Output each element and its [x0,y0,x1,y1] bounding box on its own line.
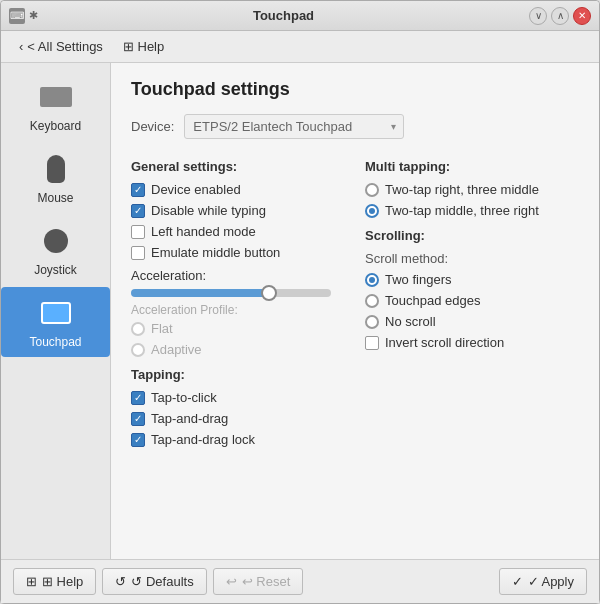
window-icon: ⌨ [9,8,25,24]
right-column: Multi tapping: Two-tap right, three midd… [365,153,579,453]
minimize-button[interactable]: ∨ [529,7,547,25]
tap-and-drag-checkbox[interactable] [131,412,145,426]
joystick-icon [38,223,74,259]
sidebar-item-mouse[interactable]: Mouse [1,143,110,213]
multi-tapping-section: Multi tapping: Two-tap right, three midd… [365,159,579,218]
tap-and-drag-row[interactable]: Tap-and-drag [131,411,345,426]
two-fingers-radio[interactable] [365,273,379,287]
sidebar-item-joystick-label: Joystick [34,263,77,277]
tap-to-click-checkbox[interactable] [131,391,145,405]
acceleration-slider-thumb[interactable] [261,285,277,301]
sidebar: Keyboard Mouse Joystick Touchpad [1,63,111,559]
device-select-wrapper: ETPS/2 Elantech Touchpad ▾ [184,114,404,139]
reset-icon: ↩ [226,574,237,589]
back-label: < All Settings [27,39,103,54]
defaults-button-label: ↺ Defaults [131,574,193,589]
left-handed-label: Left handed mode [151,224,256,239]
two-tap-middle-row[interactable]: Two-tap middle, three right [365,203,579,218]
profile-adaptive-label: Adaptive [151,342,202,357]
left-column: General settings: Device enabled Disable… [131,153,345,453]
maximize-button[interactable]: ∧ [551,7,569,25]
no-scroll-label: No scroll [385,314,436,329]
profile-flat-radio[interactable] [131,322,145,336]
two-tap-middle-label: Two-tap middle, three right [385,203,539,218]
scrolling-section: Scrolling: Scroll method: Two fingers To… [365,228,579,350]
device-select[interactable]: ETPS/2 Elantech Touchpad [184,114,404,139]
sidebar-item-touchpad[interactable]: Touchpad [1,287,110,357]
two-fingers-label: Two fingers [385,272,451,287]
disable-typing-label: Disable while typing [151,203,266,218]
touchpad-icon [38,295,74,331]
two-fingers-row[interactable]: Two fingers [365,272,579,287]
emulate-middle-checkbox[interactable] [131,246,145,260]
keyboard-icon [38,79,74,115]
acceleration-label: Acceleration: [131,268,345,283]
sidebar-item-touchpad-label: Touchpad [29,335,81,349]
reset-button-label: ↩ Reset [242,574,291,589]
device-row: Device: ETPS/2 Elantech Touchpad ▾ [131,114,579,139]
scrolling-label: Scrolling: [365,228,579,243]
close-button[interactable]: ✕ [573,7,591,25]
reset-button[interactable]: ↩ ↩ Reset [213,568,304,595]
touchpad-edges-row[interactable]: Touchpad edges [365,293,579,308]
sidebar-item-joystick[interactable]: Joystick [1,215,110,285]
content-area: Touchpad settings Device: ETPS/2 Elantec… [111,63,599,559]
apply-button[interactable]: ✓ ✓ Apply [499,568,587,595]
apply-button-label: ✓ Apply [528,574,574,589]
two-tap-right-row[interactable]: Two-tap right, three middle [365,182,579,197]
tap-drag-lock-row[interactable]: Tap-and-drag lock [131,432,345,447]
footer: ⊞ ⊞ Help ↺ ↺ Defaults ↩ ↩ Reset ✓ ✓ Appl… [1,559,599,603]
two-tap-right-label: Two-tap right, three middle [385,182,539,197]
tap-to-click-label: Tap-to-click [151,390,217,405]
help-label: ⊞ Help [123,39,164,54]
sidebar-item-keyboard[interactable]: Keyboard [1,71,110,141]
page-title: Touchpad settings [131,79,579,100]
device-enabled-checkbox[interactable] [131,183,145,197]
tap-drag-lock-label: Tap-and-drag lock [151,432,255,447]
defaults-icon: ↺ [115,574,126,589]
multi-tapping-label: Multi tapping: [365,159,579,174]
sidebar-item-keyboard-label: Keyboard [30,119,81,133]
device-enabled-label: Device enabled [151,182,241,197]
profile-adaptive-row[interactable]: Adaptive [131,342,345,357]
left-handed-row[interactable]: Left handed mode [131,224,345,239]
general-settings-label: General settings: [131,159,345,174]
tapping-label: Tapping: [131,367,345,382]
left-handed-checkbox[interactable] [131,225,145,239]
back-icon: ‹ [19,39,23,54]
window: ⌨ ✱ Touchpad ∨ ∧ ✕ ‹ < All Settings ⊞ He… [0,0,600,604]
help-menu-button[interactable]: ⊞ Help [115,36,172,57]
acceleration-profile-section: Acceleration Profile: Flat Adaptive [131,303,345,357]
defaults-button[interactable]: ↺ ↺ Defaults [102,568,206,595]
two-tap-right-radio[interactable] [365,183,379,197]
emulate-middle-row[interactable]: Emulate middle button [131,245,345,260]
main-content: Keyboard Mouse Joystick Touchpad [1,63,599,559]
device-enabled-row[interactable]: Device enabled [131,182,345,197]
window-title: Touchpad [38,8,529,23]
invert-scroll-row[interactable]: Invert scroll direction [365,335,579,350]
profile-adaptive-radio[interactable] [131,343,145,357]
scroll-method-label: Scroll method: [365,251,579,266]
no-scroll-row[interactable]: No scroll [365,314,579,329]
disable-typing-row[interactable]: Disable while typing [131,203,345,218]
touchpad-edges-radio[interactable] [365,294,379,308]
tap-and-drag-label: Tap-and-drag [151,411,228,426]
profile-flat-row[interactable]: Flat [131,321,345,336]
touchpad-edges-label: Touchpad edges [385,293,480,308]
help-button[interactable]: ⊞ ⊞ Help [13,568,96,595]
device-label: Device: [131,119,174,134]
invert-scroll-checkbox[interactable] [365,336,379,350]
invert-scroll-label: Invert scroll direction [385,335,504,350]
sidebar-item-mouse-label: Mouse [37,191,73,205]
acceleration-slider-track[interactable] [131,289,331,297]
no-scroll-radio[interactable] [365,315,379,329]
profile-flat-label: Flat [151,321,173,336]
acceleration-section: Acceleration: [131,268,345,297]
disable-typing-checkbox[interactable] [131,204,145,218]
tap-to-click-row[interactable]: Tap-to-click [131,390,345,405]
back-to-settings-button[interactable]: ‹ < All Settings [11,36,111,57]
two-tap-middle-radio[interactable] [365,204,379,218]
apply-checkmark-icon: ✓ [512,574,523,589]
tap-drag-lock-checkbox[interactable] [131,433,145,447]
menubar: ‹ < All Settings ⊞ Help [1,31,599,63]
